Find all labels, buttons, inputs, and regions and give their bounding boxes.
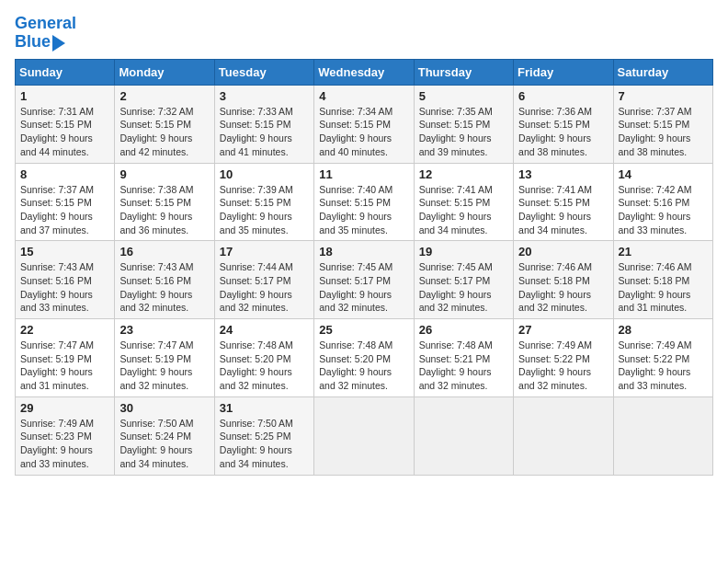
calendar-cell: 19 Sunrise: 7:45 AM Sunset: 5:17 PM Dayl… <box>414 241 513 319</box>
day-number: 19 <box>419 245 508 259</box>
calendar-week-2: 8 Sunrise: 7:37 AM Sunset: 5:15 PM Dayli… <box>16 163 713 241</box>
day-number: 20 <box>518 245 608 259</box>
calendar-cell: 5 Sunrise: 7:35 AM Sunset: 5:15 PM Dayli… <box>414 85 513 163</box>
day-info: Sunrise: 7:36 AM Sunset: 5:15 PM Dayligh… <box>518 105 608 159</box>
day-header-thursday: Thursday <box>414 59 513 85</box>
day-info: Sunrise: 7:45 AM Sunset: 5:17 PM Dayligh… <box>319 260 408 315</box>
calendar-header-row: SundayMondayTuesdayWednesdayThursdayFrid… <box>16 59 713 85</box>
day-info: Sunrise: 7:39 AM Sunset: 5:15 PM Dayligh… <box>220 183 309 237</box>
day-header-monday: Monday <box>115 59 214 85</box>
calendar-cell: 11 Sunrise: 7:40 AM Sunset: 5:15 PM Dayl… <box>314 163 414 241</box>
day-number: 7 <box>619 89 708 103</box>
calendar-cell: 18 Sunrise: 7:45 AM Sunset: 5:17 PM Dayl… <box>314 241 414 319</box>
day-number: 8 <box>20 167 109 181</box>
day-number: 23 <box>119 323 209 337</box>
day-info: Sunrise: 7:46 AM Sunset: 5:18 PM Dayligh… <box>518 260 608 315</box>
calendar-cell: 20 Sunrise: 7:46 AM Sunset: 5:18 PM Dayl… <box>514 241 613 319</box>
day-number: 6 <box>518 89 608 103</box>
day-info: Sunrise: 7:47 AM Sunset: 5:19 PM Dayligh… <box>119 339 209 393</box>
logo-arrow-icon <box>52 35 65 52</box>
day-header-tuesday: Tuesday <box>214 59 313 85</box>
calendar-cell: 26 Sunrise: 7:48 AM Sunset: 5:21 PM Dayl… <box>414 319 513 397</box>
day-number: 15 <box>20 245 109 259</box>
calendar-cell: 30 Sunrise: 7:50 AM Sunset: 5:24 PM Dayl… <box>115 396 214 475</box>
calendar-cell: 16 Sunrise: 7:43 AM Sunset: 5:16 PM Dayl… <box>115 241 214 319</box>
calendar-cell: 2 Sunrise: 7:32 AM Sunset: 5:15 PM Dayli… <box>115 85 214 163</box>
day-info: Sunrise: 7:49 AM Sunset: 5:22 PM Dayligh… <box>619 339 708 393</box>
calendar-cell: 27 Sunrise: 7:49 AM Sunset: 5:22 PM Dayl… <box>514 319 613 397</box>
calendar-cell: 22 Sunrise: 7:47 AM Sunset: 5:19 PM Dayl… <box>16 319 115 397</box>
logo-blue: Blue <box>15 33 51 52</box>
day-number: 13 <box>518 167 608 181</box>
calendar-cell: 8 Sunrise: 7:37 AM Sunset: 5:15 PM Dayli… <box>16 163 115 241</box>
calendar-cell <box>414 396 513 475</box>
day-number: 31 <box>220 401 309 415</box>
day-header-saturday: Saturday <box>613 59 712 85</box>
calendar-body: 1 Sunrise: 7:31 AM Sunset: 5:15 PM Dayli… <box>16 85 713 475</box>
day-info: Sunrise: 7:50 AM Sunset: 5:25 PM Dayligh… <box>220 417 309 471</box>
day-number: 2 <box>119 89 209 103</box>
calendar-cell: 14 Sunrise: 7:42 AM Sunset: 5:16 PM Dayl… <box>613 163 712 241</box>
calendar-week-3: 15 Sunrise: 7:43 AM Sunset: 5:16 PM Dayl… <box>16 241 713 319</box>
day-info: Sunrise: 7:37 AM Sunset: 5:15 PM Dayligh… <box>20 183 109 237</box>
day-info: Sunrise: 7:48 AM Sunset: 5:20 PM Dayligh… <box>220 339 309 393</box>
day-info: Sunrise: 7:46 AM Sunset: 5:18 PM Dayligh… <box>619 260 708 315</box>
day-info: Sunrise: 7:49 AM Sunset: 5:22 PM Dayligh… <box>518 339 608 393</box>
logo: General Blue <box>15 15 76 52</box>
day-header-wednesday: Wednesday <box>314 59 414 85</box>
day-info: Sunrise: 7:48 AM Sunset: 5:20 PM Dayligh… <box>319 339 408 393</box>
calendar-cell: 15 Sunrise: 7:43 AM Sunset: 5:16 PM Dayl… <box>16 241 115 319</box>
calendar-cell: 10 Sunrise: 7:39 AM Sunset: 5:15 PM Dayl… <box>214 163 313 241</box>
day-info: Sunrise: 7:41 AM Sunset: 5:15 PM Dayligh… <box>419 183 508 237</box>
day-info: Sunrise: 7:31 AM Sunset: 5:15 PM Dayligh… <box>20 105 109 159</box>
day-number: 4 <box>319 89 408 103</box>
calendar-cell: 21 Sunrise: 7:46 AM Sunset: 5:18 PM Dayl… <box>613 241 712 319</box>
day-number: 5 <box>419 89 508 103</box>
day-info: Sunrise: 7:43 AM Sunset: 5:16 PM Dayligh… <box>20 260 109 315</box>
calendar-cell: 7 Sunrise: 7:37 AM Sunset: 5:15 PM Dayli… <box>613 85 712 163</box>
calendar-cell: 13 Sunrise: 7:41 AM Sunset: 5:15 PM Dayl… <box>514 163 613 241</box>
calendar-cell: 3 Sunrise: 7:33 AM Sunset: 5:15 PM Dayli… <box>214 85 313 163</box>
day-number: 30 <box>119 401 209 415</box>
day-info: Sunrise: 7:38 AM Sunset: 5:15 PM Dayligh… <box>119 183 209 237</box>
day-info: Sunrise: 7:48 AM Sunset: 5:21 PM Dayligh… <box>419 339 508 393</box>
calendar-cell: 9 Sunrise: 7:38 AM Sunset: 5:15 PM Dayli… <box>115 163 214 241</box>
day-info: Sunrise: 7:44 AM Sunset: 5:17 PM Dayligh… <box>220 260 309 315</box>
day-info: Sunrise: 7:35 AM Sunset: 5:15 PM Dayligh… <box>419 105 508 159</box>
day-info: Sunrise: 7:50 AM Sunset: 5:24 PM Dayligh… <box>119 417 209 471</box>
day-info: Sunrise: 7:45 AM Sunset: 5:17 PM Dayligh… <box>419 260 508 315</box>
day-info: Sunrise: 7:34 AM Sunset: 5:15 PM Dayligh… <box>319 105 408 159</box>
day-info: Sunrise: 7:37 AM Sunset: 5:15 PM Dayligh… <box>619 105 708 159</box>
calendar-week-4: 22 Sunrise: 7:47 AM Sunset: 5:19 PM Dayl… <box>16 319 713 397</box>
day-number: 3 <box>220 89 309 103</box>
day-number: 11 <box>319 167 408 181</box>
calendar-cell: 29 Sunrise: 7:49 AM Sunset: 5:23 PM Dayl… <box>16 396 115 475</box>
calendar-cell <box>314 396 414 475</box>
day-info: Sunrise: 7:32 AM Sunset: 5:15 PM Dayligh… <box>119 105 209 159</box>
page-header: General Blue <box>15 15 713 52</box>
calendar-cell: 23 Sunrise: 7:47 AM Sunset: 5:19 PM Dayl… <box>115 319 214 397</box>
calendar-week-1: 1 Sunrise: 7:31 AM Sunset: 5:15 PM Dayli… <box>16 85 713 163</box>
day-header-friday: Friday <box>514 59 613 85</box>
day-info: Sunrise: 7:33 AM Sunset: 5:15 PM Dayligh… <box>220 105 309 159</box>
calendar-cell <box>613 396 712 475</box>
calendar-cell: 24 Sunrise: 7:48 AM Sunset: 5:20 PM Dayl… <box>214 319 313 397</box>
day-number: 1 <box>20 89 109 103</box>
calendar-table: SundayMondayTuesdayWednesdayThursdayFrid… <box>15 59 713 476</box>
day-info: Sunrise: 7:43 AM Sunset: 5:16 PM Dayligh… <box>119 260 209 315</box>
calendar-cell: 17 Sunrise: 7:44 AM Sunset: 5:17 PM Dayl… <box>214 241 313 319</box>
day-header-sunday: Sunday <box>16 59 115 85</box>
day-number: 21 <box>619 245 708 259</box>
day-number: 17 <box>220 245 309 259</box>
day-info: Sunrise: 7:41 AM Sunset: 5:15 PM Dayligh… <box>518 183 608 237</box>
calendar-cell: 31 Sunrise: 7:50 AM Sunset: 5:25 PM Dayl… <box>214 396 313 475</box>
calendar-cell: 4 Sunrise: 7:34 AM Sunset: 5:15 PM Dayli… <box>314 85 414 163</box>
day-number: 28 <box>619 323 708 337</box>
day-info: Sunrise: 7:40 AM Sunset: 5:15 PM Dayligh… <box>319 183 408 237</box>
day-number: 18 <box>319 245 408 259</box>
calendar-cell <box>514 396 613 475</box>
day-number: 29 <box>20 401 109 415</box>
day-info: Sunrise: 7:42 AM Sunset: 5:16 PM Dayligh… <box>619 183 708 237</box>
calendar-cell: 1 Sunrise: 7:31 AM Sunset: 5:15 PM Dayli… <box>16 85 115 163</box>
day-number: 26 <box>419 323 508 337</box>
